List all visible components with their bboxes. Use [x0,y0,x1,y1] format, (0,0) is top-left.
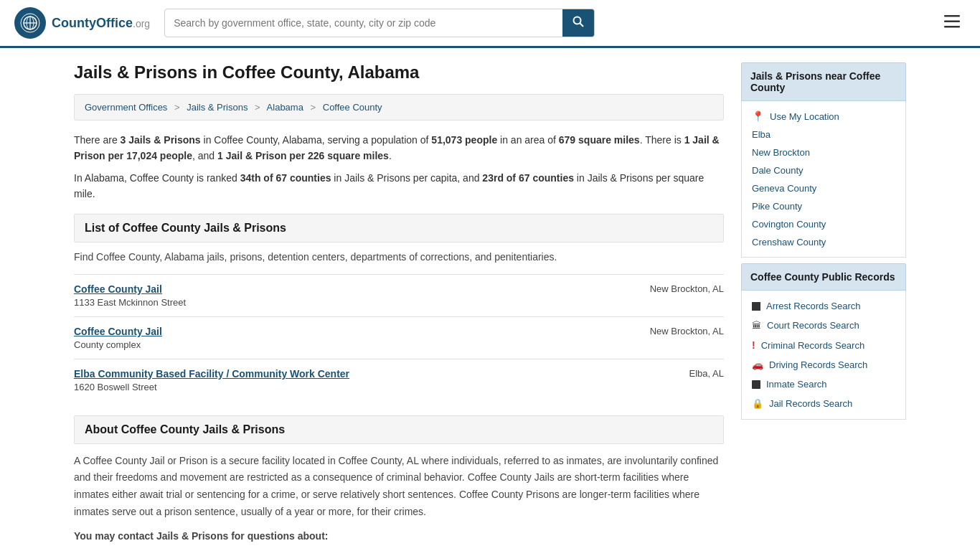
driving-records-link[interactable]: Driving Records Search [769,359,867,370]
nearby-link[interactable]: Covington County [752,219,826,230]
about-section-header: About Coffee County Jails & Prisons [74,415,724,444]
sidebar-item-driving-records[interactable]: 🚗 Driving Records Search [742,355,905,375]
inmate-icon [752,380,760,389]
facility-item: Coffee County Jail County complex New Br… [74,316,724,359]
facility-name[interactable]: Coffee County Jail [74,283,186,295]
nearby-link[interactable]: Crenshaw County [752,237,826,248]
summary-intro: in Coffee County, Alabama, serving a pop… [201,134,432,146]
inmate-search-link[interactable]: Inmate Search [766,379,827,390]
sidebar-item-crenshaw-county[interactable]: Crenshaw County [742,233,905,251]
breadcrumb-item-jails-prisons[interactable]: Jails & Prisons [187,102,248,113]
facility-name[interactable]: Coffee County Jail [74,326,162,337]
location-icon: 📍 [752,110,764,122]
criminal-records-link[interactable]: Criminal Records Search [761,340,865,351]
facility-address: 1133 East Mckinnon Street [74,297,186,308]
breadcrumb: Government Offices > Jails & Prisons > A… [74,94,724,121]
search-button[interactable] [562,9,594,37]
sidebar-item-court-records[interactable]: 🏛 Court Records Search [742,316,905,335]
court-icon: 🏛 [752,320,761,331]
area-bold: 679 square miles [559,134,640,146]
about-text: A Coffee County Jail or Prison is a secu… [74,453,724,545]
jail-icon: 🔒 [752,398,763,409]
nearby-link[interactable]: Dale County [752,165,804,176]
facility-name[interactable]: Elba Community Based Facility / Communit… [74,368,349,380]
sidebar-item-inmate-search[interactable]: Inmate Search [742,375,905,394]
arrest-records-link[interactable]: Arrest Records Search [766,301,861,311]
summary-and: , and [192,150,217,161]
breadcrumb-sep-3: > [311,102,316,113]
main-container: Jails & Prisons in Coffee County, Alabam… [60,48,920,551]
logo-icon [14,7,46,39]
facility-intro: Find Coffee County, Alabama jails, priso… [74,251,724,263]
facility-item: Elba Community Based Facility / Communit… [74,359,724,401]
list-section-title: List of Coffee County Jails & Prisons [85,222,713,235]
sidebar-item-arrest-records[interactable]: Arrest Records Search [742,296,905,316]
facility-city: New Brockton, AL [650,283,724,294]
sidebar-item-covington-county[interactable]: Covington County [742,215,905,233]
summary-text: There are 3 Jails & Prisons in Coffee Co… [74,132,724,202]
nearby-link[interactable]: Pike County [752,201,802,212]
search-input[interactable] [165,11,562,34]
sidebar: Jails & Prisons near Coffee County 📍 Use… [741,62,906,551]
facility-city: Elba, AL [689,368,724,379]
rank2-bold: 23rd of 67 counties [482,172,574,184]
per-sqmi-bold: 1 Jail & Prison per 226 square miles [217,150,389,161]
summary-period: . [389,150,392,161]
sidebar-nearby-title: Jails & Prisons near Coffee County [741,62,906,101]
facility-item: Coffee County Jail 1133 East Mckinnon St… [74,274,724,316]
criminal-icon: ! [752,339,755,351]
count-bold: 3 Jails & Prisons [121,134,201,146]
breadcrumb-sep-1: > [174,102,180,113]
search-bar [164,9,595,37]
rank1-bold: 34th of 67 counties [240,172,331,184]
breadcrumb-item-alabama[interactable]: Alabama [267,102,303,113]
about-contact-label: You may contact Jails & Prisons for ques… [74,528,724,545]
sidebar-nearby-section: Jails & Prisons near Coffee County 📍 Use… [741,62,906,258]
use-location-link[interactable]: Use My Location [770,111,839,122]
breadcrumb-item-coffee-county[interactable]: Coffee County [323,102,382,113]
facility-address: 1620 Boswell Street [74,382,349,392]
sidebar-item-elba[interactable]: Elba [742,126,905,143]
content-area: Jails & Prisons in Coffee County, Alabam… [74,62,724,551]
header: CountyOffice.org [0,0,980,48]
nearby-link[interactable]: Elba [752,129,771,140]
sidebar-item-geneva-county[interactable]: Geneva County [742,179,905,197]
about-section-title: About Coffee County Jails & Prisons [85,423,713,436]
sidebar-item-pike-county[interactable]: Pike County [742,197,905,215]
rank-mid: in Jails & Prisons per capita, and [331,172,482,184]
rank-line-pre: In Alabama, Coffee County is ranked [74,172,240,184]
menu-button[interactable] [938,11,966,35]
svg-line-6 [580,24,584,27]
driving-icon: 🚗 [752,359,763,370]
sidebar-item-jail-records[interactable]: 🔒 Jail Records Search [742,394,905,413]
breadcrumb-sep-2: > [255,102,260,113]
svg-rect-8 [944,21,960,23]
nearby-link[interactable]: Geneva County [752,183,816,194]
summary-end: . There is [640,134,684,146]
nearby-link[interactable]: New Brockton [752,147,810,158]
sidebar-use-location[interactable]: 📍 Use My Location [742,107,905,126]
breadcrumb-item-government-offices[interactable]: Government Offices [85,102,167,113]
sidebar-item-new-brockton[interactable]: New Brockton [742,143,905,161]
svg-point-5 [574,17,581,24]
facility-address: County complex [74,339,162,350]
svg-rect-7 [944,15,960,17]
jail-records-link[interactable]: Jail Records Search [769,398,852,409]
list-section-header: List of Coffee County Jails & Prisons [74,214,724,242]
court-records-link[interactable]: Court Records Search [767,320,859,331]
sidebar-nearby-list: 📍 Use My Location Elba New Brockton Dale… [741,101,906,258]
logo-link[interactable]: CountyOffice.org [14,7,150,39]
sidebar-public-records-section: Coffee County Public Records Arrest Reco… [741,263,906,420]
page-title: Jails & Prisons in Coffee County, Alabam… [74,62,724,83]
arrest-icon [752,302,760,311]
facility-city: New Brockton, AL [650,326,724,336]
sidebar-item-dale-county[interactable]: Dale County [742,161,905,179]
svg-rect-9 [944,26,960,28]
summary-mid: in an area of [497,134,559,146]
sidebar-public-records-title: Coffee County Public Records [741,263,906,291]
sidebar-public-records-list: Arrest Records Search 🏛 Court Records Se… [741,291,906,420]
population-bold: 51,073 people [431,134,497,146]
header-right [938,11,966,35]
logo-wordmark: CountyOffice.org [52,16,150,31]
sidebar-item-criminal-records[interactable]: ! Criminal Records Search [742,335,905,355]
